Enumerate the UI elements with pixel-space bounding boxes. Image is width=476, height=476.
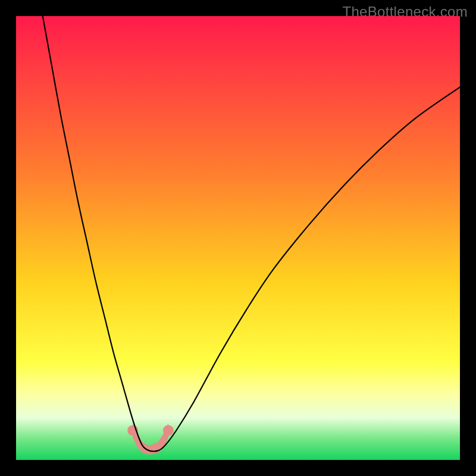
- plot-area: [16, 16, 460, 460]
- svg-point-1: [163, 425, 174, 436]
- chart-stage: TheBottleneck.com: [0, 0, 476, 476]
- chart-svg: [16, 16, 460, 460]
- gradient-background: [16, 16, 460, 460]
